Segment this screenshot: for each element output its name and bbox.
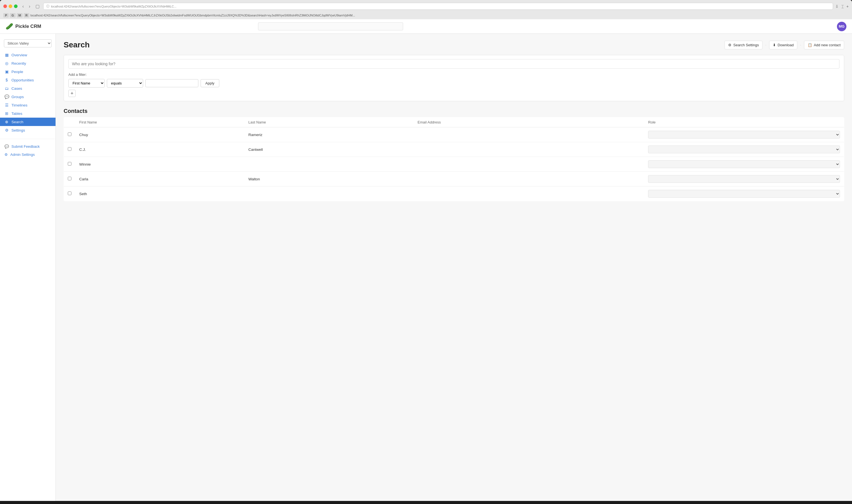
new-tab-icon[interactable]: + (847, 4, 849, 8)
sidebar-item-settings[interactable]: ⚙ Settings (0, 126, 55, 134)
row-checkbox-cell (64, 172, 75, 186)
col-header-lastname: Last Name (244, 118, 414, 127)
header-search-input[interactable] (258, 22, 403, 30)
bookmark-m[interactable]: M (17, 13, 22, 18)
app-header: 🥒 Pickle CRM MG (0, 19, 852, 34)
opportunities-icon: $ (4, 78, 9, 82)
cell-email (414, 142, 644, 157)
tab-overview-button[interactable]: ▢ (34, 3, 41, 10)
sidebar-item-opportunities[interactable]: $ Opportunities (0, 76, 55, 84)
sidebar-label-overview: Overview (12, 53, 27, 57)
search-settings-icon: ⚙ (728, 43, 731, 47)
role-select[interactable] (648, 160, 840, 168)
avatar[interactable]: MG (837, 22, 847, 31)
sidebar-item-recently[interactable]: ◎ Recently (0, 59, 55, 68)
cell-role (644, 186, 844, 201)
sidebar-item-overview[interactable]: ▦ Overview (0, 51, 55, 59)
page-header: Search ⚙ Search Settings · ⬇ Download · … (64, 40, 844, 49)
search-settings-button[interactable]: ⚙ Search Settings (725, 41, 762, 49)
sidebar-item-search[interactable]: ⊕ Search (0, 118, 55, 126)
sidebar-item-people[interactable]: ▣ People (0, 68, 55, 76)
role-select[interactable] (648, 131, 840, 139)
table-row: Seth (64, 186, 844, 201)
row-checkbox[interactable] (68, 147, 71, 151)
download-icon: ⬇ (773, 43, 776, 47)
add-contact-label: Add new contact (814, 43, 840, 47)
table-row: Carla Walton (64, 172, 844, 186)
share-icon[interactable]: ⌶ (841, 4, 844, 8)
table-row: C.J. Cantwell (64, 142, 844, 157)
sidebar-label-search: Search (12, 120, 23, 124)
cell-role (644, 172, 844, 186)
sidebar-label-timelines: Timelines (12, 103, 27, 107)
role-select[interactable] (648, 190, 840, 198)
bookmark-p[interactable]: P (3, 13, 8, 18)
role-select[interactable] (648, 145, 840, 153)
sidebar-item-admin-settings[interactable]: ⚙ Admin Settings (0, 150, 55, 159)
admin-icon: ⚙ (4, 152, 8, 157)
bookmark-g[interactable]: G (10, 13, 16, 18)
bookmark-r[interactable]: R (24, 13, 29, 18)
sidebar-item-cases[interactable]: 🗂 Cases (0, 84, 55, 93)
cases-icon: 🗂 (4, 86, 9, 91)
sidebar: Silicon Valley ▦ Overview ◎ Recently ▣ P… (0, 34, 56, 501)
minimize-button[interactable] (8, 4, 12, 8)
table-row: Chuy Rameriz (64, 127, 844, 142)
sidebar-item-groups[interactable]: 💬 Groups (0, 93, 55, 101)
cell-firstname: Winnie (75, 157, 244, 172)
cell-role (644, 127, 844, 142)
row-checkbox[interactable] (68, 192, 71, 195)
cell-lastname: Walton (244, 172, 414, 186)
app-name: Pickle CRM (15, 24, 41, 29)
filter-label: Add a filter: (68, 72, 839, 77)
sidebar-label-settings: Settings (12, 128, 25, 132)
cell-email (414, 127, 644, 142)
address-bar[interactable]: ⓘ localhost:4242/search/fullscreen?encQu… (43, 3, 833, 10)
apply-button[interactable]: Apply (201, 79, 219, 87)
sidebar-item-timelines[interactable]: ☰ Timelines (0, 101, 55, 109)
maximize-button[interactable] (14, 4, 18, 8)
workspace-select[interactable]: Silicon Valley (4, 39, 52, 48)
workspace-selector: Silicon Valley (0, 38, 55, 51)
add-contact-button[interactable]: 📋 Add new contact (804, 41, 844, 49)
cell-firstname: Carla (75, 172, 244, 186)
filter-field-select[interactable]: First Name Last Name Email Role (68, 79, 105, 88)
sidebar-label-feedback: Submit Feedback (12, 144, 40, 148)
cell-role (644, 142, 844, 157)
cell-email (414, 157, 644, 172)
add-filter-button[interactable]: + (68, 90, 75, 97)
close-button[interactable] (3, 4, 7, 8)
row-checkbox[interactable] (68, 132, 71, 136)
search-main-input[interactable] (68, 59, 839, 69)
browser-toolbar-icons: ⇩ ⌶ + (835, 4, 849, 8)
main-content: Search ⚙ Search Settings · ⬇ Download · … (56, 34, 852, 501)
download-button[interactable]: ⬇ Download (769, 41, 797, 49)
contacts-header-row: First Name Last Name Email Address Role (64, 118, 844, 127)
address-url: localhost:4242/search/fullscreen?encQuer… (51, 5, 177, 8)
row-checkbox[interactable] (68, 177, 71, 180)
role-select[interactable] (648, 175, 840, 183)
col-header-role: Role (644, 118, 844, 127)
search-icon: ⊕ (4, 120, 9, 124)
forward-button[interactable]: › (27, 3, 32, 10)
sidebar-item-submit-feedback[interactable]: 💬 Submit Feedback (0, 142, 55, 150)
back-button[interactable]: ‹ (21, 3, 25, 10)
filter-row: First Name Last Name Email Role equals c… (68, 79, 839, 88)
filter-operator-select[interactable]: equals contains starts with ends with (107, 79, 143, 88)
download-label: Download (778, 43, 794, 47)
sidebar-label-opportunities: Opportunities (12, 78, 34, 82)
cell-email (414, 172, 644, 186)
filter-value-input[interactable] (145, 79, 198, 87)
header-search-area (258, 22, 403, 30)
row-checkbox-cell (64, 127, 75, 142)
security-icon: ⓘ (46, 4, 49, 8)
separator-2: · (800, 43, 801, 47)
download-icon[interactable]: ⇩ (835, 4, 839, 8)
sidebar-item-tables[interactable]: ⊞ Tables (0, 109, 55, 118)
col-header-checkbox (64, 118, 75, 127)
row-checkbox[interactable] (68, 162, 71, 166)
people-icon: ▣ (4, 69, 9, 74)
cell-email (414, 186, 644, 201)
header-actions: ⚙ Search Settings · ⬇ Download · 📋 Add n… (725, 41, 844, 49)
contacts-table-body: Chuy Rameriz C.J. Cantw (64, 127, 844, 201)
